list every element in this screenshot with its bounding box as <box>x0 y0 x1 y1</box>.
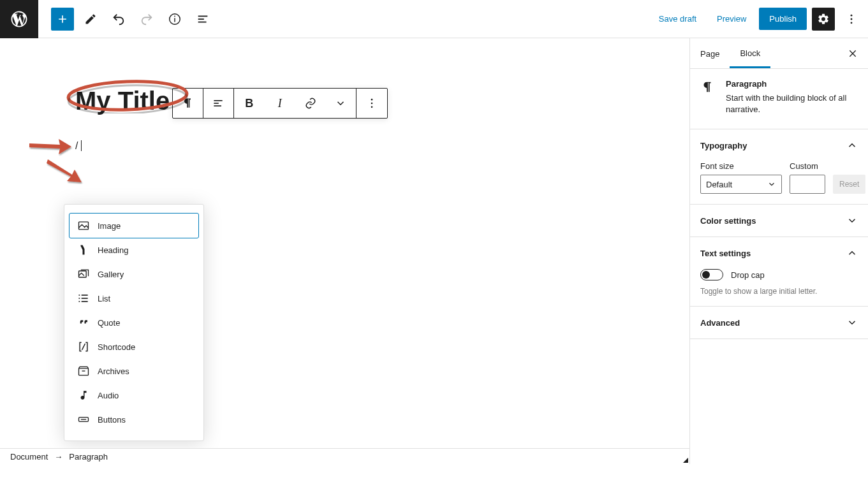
save-draft-button[interactable]: Save draft <box>651 8 704 30</box>
tab-page[interactable]: Page <box>690 40 730 67</box>
svg-point-2 <box>174 15 175 17</box>
paragraph-icon <box>700 79 716 119</box>
more-options-button[interactable] <box>840 8 863 31</box>
align-button[interactable] <box>203 89 234 118</box>
redo-icon <box>140 12 154 26</box>
typography-panel: Typography Font size Default Custom <box>690 129 868 205</box>
inserter-item-buttons[interactable]: Buttons <box>70 407 198 432</box>
settings-button[interactable] <box>812 8 835 31</box>
block-toolbar: B I <box>172 88 388 119</box>
pencil-icon <box>84 13 97 25</box>
inserter-item-label: Buttons <box>98 415 126 425</box>
block-inserter-popup: Image Heading Gallery List Quote Shortco… <box>64 204 204 441</box>
inserter-item-list[interactable]: List <box>70 286 198 310</box>
quote-icon <box>77 316 90 329</box>
wordpress-logo[interactable] <box>0 0 38 38</box>
buttons-icon <box>77 413 90 426</box>
gallery-icon <box>77 268 90 280</box>
inserter-item-gallery[interactable]: Gallery <box>70 262 198 286</box>
text-settings-toggle[interactable]: Text settings <box>690 237 868 269</box>
inserter-item-label: Quote <box>98 318 120 328</box>
wordpress-icon <box>10 10 29 29</box>
inserter-item-heading[interactable]: Heading <box>70 238 198 262</box>
inserter-item-label: Audio <box>98 391 119 400</box>
slash-input-row: / <box>75 140 689 152</box>
publish-button[interactable]: Publish <box>759 8 807 30</box>
breadcrumb-separator-icon: → <box>54 452 63 462</box>
inserter-item-archives[interactable]: Archives <box>70 359 198 383</box>
inserter-item-label: Heading <box>98 245 128 255</box>
outline-button[interactable] <box>191 8 214 31</box>
advanced-panel: Advanced <box>690 307 868 339</box>
select-value: Default <box>706 180 732 189</box>
link-button[interactable] <box>295 89 326 118</box>
svg-point-7 <box>851 18 853 20</box>
editor-topbar: Save draft Preview Publish <box>0 0 868 38</box>
more-vertical-icon <box>845 13 858 25</box>
archives-icon <box>77 365 90 377</box>
align-left-icon <box>212 97 224 110</box>
preview-button[interactable]: Preview <box>709 8 754 30</box>
slash-input[interactable]: / <box>75 140 82 151</box>
inserter-item-label: Image <box>98 221 121 231</box>
block-more-button[interactable] <box>357 89 387 118</box>
inserter-item-quote[interactable]: Quote <box>70 310 198 335</box>
svg-point-9 <box>68 80 187 112</box>
resize-handle-icon[interactable] <box>683 458 688 463</box>
inserter-item-image[interactable]: Image <box>70 214 198 238</box>
settings-sidebar: Page Block Paragraph Start with the buil… <box>689 38 868 464</box>
gear-icon <box>817 13 830 25</box>
annotation-ellipse-icon <box>64 78 191 113</box>
block-info: Paragraph Start with the building block … <box>690 69 868 129</box>
editor-canvas[interactable]: My Title B I / <box>0 38 689 464</box>
advanced-toggle[interactable]: Advanced <box>690 307 868 338</box>
breadcrumb-item[interactable]: Document <box>10 452 48 462</box>
audio-icon <box>77 389 90 402</box>
block-info-desc: Start with the building block of all nar… <box>726 92 858 115</box>
bold-button[interactable]: B <box>234 89 265 118</box>
font-size-label: Font size <box>700 161 782 171</box>
list-icon <box>77 292 90 305</box>
svg-point-6 <box>851 14 853 16</box>
breadcrumb-item[interactable]: Paragraph <box>69 452 108 462</box>
redo-button[interactable] <box>135 8 158 31</box>
sidebar-tabs: Page Block <box>690 38 868 69</box>
add-block-button[interactable] <box>51 8 74 31</box>
info-icon <box>168 12 182 26</box>
font-size-select[interactable]: Default <box>700 175 782 194</box>
color-settings-panel: Color settings <box>690 205 868 237</box>
svg-rect-26 <box>79 368 89 375</box>
more-vertical-icon <box>365 97 378 110</box>
inserter-item-shortcode[interactable]: Shortcode <box>70 335 198 359</box>
plus-icon <box>56 13 69 25</box>
block-info-title: Paragraph <box>726 79 858 89</box>
svg-point-15 <box>371 103 372 105</box>
tab-block[interactable]: Block <box>730 39 770 68</box>
heading-icon <box>77 244 90 256</box>
custom-font-size-input[interactable] <box>790 175 825 194</box>
color-settings-toggle[interactable]: Color settings <box>690 205 868 236</box>
panel-title: Text settings <box>700 249 751 258</box>
image-icon <box>77 219 90 232</box>
svg-point-14 <box>371 99 372 101</box>
italic-button[interactable]: I <box>265 89 295 118</box>
annotation-arrow-icon <box>47 156 85 184</box>
drop-cap-hint: Toggle to show a large initial letter. <box>700 287 858 296</box>
topbar-right: Save draft Preview Publish <box>651 8 868 31</box>
edit-button[interactable] <box>79 8 102 31</box>
breadcrumb: Document → Paragraph <box>0 448 689 464</box>
workspace: My Title B I / <box>0 38 868 464</box>
inserter-item-audio[interactable]: Audio <box>70 383 198 407</box>
undo-button[interactable] <box>107 8 130 31</box>
drop-cap-label: Drop cap <box>731 270 765 280</box>
annotation-arrow-icon <box>28 137 73 156</box>
more-formatting-button[interactable] <box>326 89 357 118</box>
reset-button[interactable]: Reset <box>833 175 865 194</box>
inserter-item-label: Archives <box>98 367 129 376</box>
inserter-item-label: List <box>98 294 110 303</box>
drop-cap-toggle[interactable] <box>700 269 723 280</box>
close-sidebar-button[interactable] <box>845 46 860 61</box>
panel-title: Color settings <box>700 216 756 226</box>
typography-panel-toggle[interactable]: Typography <box>690 129 868 161</box>
info-button[interactable] <box>163 8 186 31</box>
